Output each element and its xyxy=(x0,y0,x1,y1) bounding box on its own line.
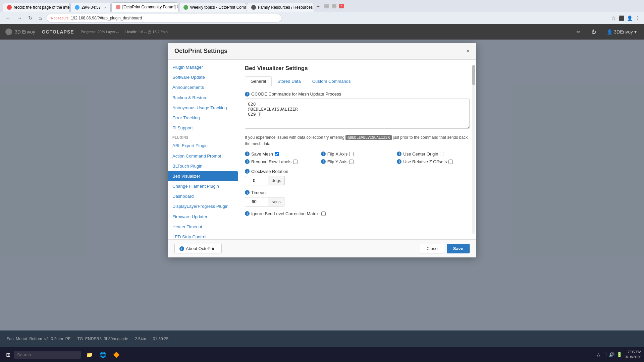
browser-tab-3[interactable]: [OctoPrint Community Forum] C... × xyxy=(111,2,178,12)
sidebar-item-action-command[interactable]: Action Command Prompt xyxy=(168,151,238,161)
close-window-button[interactable]: × xyxy=(339,4,344,8)
options-grid: i Save Mesh i Flip X Axis i xyxy=(245,152,470,164)
settings-content: Bed Visualizer Settings General Stored D… xyxy=(238,60,476,239)
remove-row-labels-checkbox[interactable] xyxy=(293,160,298,164)
tab-stored-data[interactable]: Stored Data xyxy=(272,76,306,86)
use-relative-z-checkbox[interactable] xyxy=(448,160,453,164)
bookmark-button[interactable]: ☆ xyxy=(611,15,616,21)
profile-button[interactable]: 👤 xyxy=(627,15,633,21)
sidebar-item-heater-timeout[interactable]: Heater Timeout xyxy=(168,222,238,232)
sidebar-item-change-filament[interactable]: Change Filament Plugin xyxy=(168,181,238,191)
address-url: 192.168.86.98/?#tab_plugin_dashboard xyxy=(71,16,142,20)
tab-label-2: 29% 04:57 xyxy=(82,5,101,10)
clock-time: 7:05 PM xyxy=(625,350,641,355)
content-scroll-thumb xyxy=(472,65,475,85)
sidebar-item-plugin-manager[interactable]: Plugin Manager xyxy=(168,62,238,72)
tab-custom-commands[interactable]: Custom Commands xyxy=(307,76,357,86)
start-button[interactable]: ⊞ xyxy=(3,350,14,360)
windows-taskbar: ⊞ 📁 🌐 🔶 △ ☐ 🔊 🔋 7:05 PM 3/18/2020 xyxy=(0,347,644,362)
maximize-button[interactable]: □ xyxy=(332,4,336,8)
back-button[interactable]: ← xyxy=(4,14,12,22)
browser-tab-5[interactable]: Family Resources / Resources for... × xyxy=(247,3,314,12)
menu-button[interactable]: ⋮ xyxy=(635,15,640,21)
taskbar-file-explorer[interactable]: 📁 xyxy=(84,350,96,359)
clockwise-input[interactable] xyxy=(245,176,268,185)
sidebar-item-abl-expert[interactable]: ABL Expert Plugin xyxy=(168,141,238,151)
tab-label-5: Family Resources / Resources for... xyxy=(258,5,314,10)
save-mesh-checkbox[interactable] xyxy=(275,152,279,156)
taskbar-search[interactable] xyxy=(14,351,81,359)
browser-tab-2[interactable]: 29% 04:57 × xyxy=(70,3,111,12)
print-distance: 2.54m xyxy=(135,337,146,341)
sidebar-item-anonymous-usage[interactable]: Anonymous Usage Tracking xyxy=(168,103,238,113)
content-scrollbar[interactable] xyxy=(472,65,475,234)
about-octoprint-button[interactable]: i About OctoPrint xyxy=(174,244,222,253)
browser-tab-1[interactable]: reddit: the front page of the inte... × xyxy=(3,3,70,12)
gcode-section: i GCODE Commands for Mesh Update Process… xyxy=(245,92,470,130)
settings-nav-button[interactable]: ✏ xyxy=(575,27,583,37)
tray-icon-2: ☐ xyxy=(602,352,607,357)
use-relative-z-label: Use Relative Z Offsets xyxy=(403,159,447,164)
octoprint-bottom-bar: Fan_Mount_Bottom_v2_0.2mm_PE TG_ENDER3_3… xyxy=(0,330,644,347)
sidebar-item-announcements[interactable]: Announcements xyxy=(168,82,238,93)
sidebar-item-led-strip[interactable]: LED Strip Control xyxy=(168,232,238,239)
use-center-origin-label: Use Center Origin xyxy=(403,152,438,157)
extensions-button[interactable]: ⬛ xyxy=(619,15,624,21)
minimize-button[interactable]: — xyxy=(324,4,329,8)
sidebar-item-display-layer[interactable]: DisplayLayerProgress Plugin xyxy=(168,201,238,212)
forward-button[interactable]: → xyxy=(15,14,23,22)
use-relative-z-item: i Use Relative Z Offsets xyxy=(397,159,470,164)
sidebar-item-bltouch[interactable]: BLTouch Plugin xyxy=(168,161,238,171)
window-controls: — □ × xyxy=(324,4,344,8)
sidebar-item-dashboard[interactable]: Dashboard xyxy=(168,191,238,201)
save-mesh-label: Save Mesh xyxy=(251,152,273,157)
taskbar-clock[interactable]: 7:05 PM 3/18/2020 xyxy=(625,350,641,360)
taskbar-chrome[interactable]: 🌐 xyxy=(97,350,109,359)
power-button[interactable]: ⏻ xyxy=(589,27,598,37)
use-center-origin-checkbox[interactable] xyxy=(440,152,444,156)
timeout-input[interactable] xyxy=(245,197,268,206)
save-button[interactable]: Save xyxy=(447,244,470,253)
address-bar-input[interactable]: Not secure 192.168.86.98/?#tab_plugin_da… xyxy=(47,14,281,22)
print-filename-2: TG_ENDER3_3h30m.gcode xyxy=(77,337,128,341)
modal-title: OctoPrint Settings xyxy=(174,48,227,55)
settings-sidebar: Plugin Manager Software Update Announcem… xyxy=(168,60,238,239)
user-menu-button[interactable]: 👤 3DEnvoy ▾ xyxy=(605,27,639,37)
flip-y-checkbox[interactable] xyxy=(349,160,354,164)
flip-x-checkbox[interactable] xyxy=(349,152,354,156)
gcode-info-icon: i xyxy=(245,92,250,97)
save-mesh-info-icon: i xyxy=(245,152,250,156)
taskbar-slicer[interactable]: 🔶 xyxy=(110,350,122,359)
sidebar-item-error-tracking[interactable]: Error Tracking xyxy=(168,113,238,123)
sidebar-item-software-update[interactable]: Software Update xyxy=(168,72,238,82)
ignore-bed-checkbox[interactable] xyxy=(321,212,326,216)
flip-x-item: i Flip X Axis xyxy=(321,152,394,157)
about-info-icon: i xyxy=(179,246,184,251)
sidebar-item-firmware-updater[interactable]: Firmware Updater xyxy=(168,212,238,222)
brand-icon xyxy=(5,28,12,35)
home-button[interactable]: ⌂ xyxy=(37,14,43,22)
gcode-textarea[interactable]: G28 @BEDLEVELVISUALIZER G29 T xyxy=(245,99,470,129)
sidebar-item-bed-visualizer[interactable]: Bed Visualizer xyxy=(168,171,238,181)
modal-close-button[interactable]: × xyxy=(466,48,470,55)
clockwise-input-group: degs xyxy=(245,176,470,185)
clock-date: 3/18/2020 xyxy=(625,355,641,360)
reload-button[interactable]: ↻ xyxy=(27,13,34,22)
tray-icon-sound[interactable]: 🔊 xyxy=(609,352,614,357)
tray-icons: △ ☐ 🔊 🔋 xyxy=(597,352,622,357)
flip-y-info-icon: i xyxy=(321,159,326,164)
browser-tab-4[interactable]: Weekly topics - OctoPrint Comm... × xyxy=(179,3,246,12)
health-status: Health: 1.6 -- @ 18.2 /min xyxy=(125,30,168,34)
content-title: Bed Visualizer Settings xyxy=(245,65,470,72)
close-button[interactable]: Close xyxy=(420,244,444,253)
tab-general[interactable]: General xyxy=(245,76,272,86)
sidebar-item-backup-restore[interactable]: Backup & Restore xyxy=(168,93,238,103)
tab-favicon-4 xyxy=(183,5,188,10)
security-warning: Not secure xyxy=(51,16,69,20)
new-tab-button[interactable]: + xyxy=(315,2,322,12)
tab-close-2[interactable]: × xyxy=(104,5,106,9)
sidebar-item-pi-support[interactable]: Pi Support xyxy=(168,123,238,133)
hint-badge: @BEDLEVELVISUALIZER xyxy=(345,135,392,140)
tab-label-4: Weekly topics - OctoPrint Comm... xyxy=(190,5,246,10)
clockwise-label: i Clockwise Rotation xyxy=(245,169,470,174)
